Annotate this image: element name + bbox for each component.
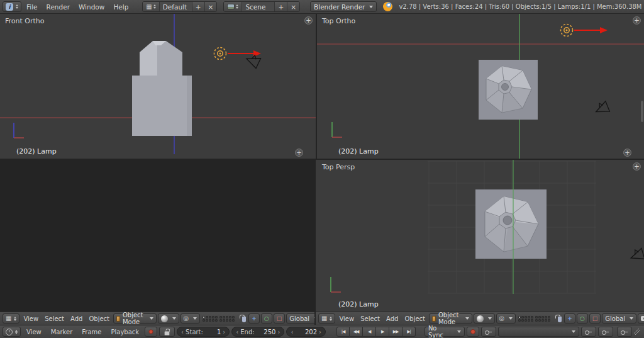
viewport-top-persp[interactable]: Top Persp (202) Lamp +: [317, 160, 644, 312]
view3d-header: ▦ View Select Add Object Object Mode ◎: [0, 312, 316, 325]
lamp-object[interactable]: [561, 25, 573, 37]
editor-type-button[interactable]: [3, 327, 21, 337]
menu-view[interactable]: View: [23, 329, 45, 335]
jump-to-end-button[interactable]: ▶|: [402, 327, 416, 337]
viewport-canvas[interactable]: [317, 160, 644, 312]
keying-set-field[interactable]: [498, 327, 579, 337]
snap-magnet-icon[interactable]: [242, 317, 246, 322]
menu-render[interactable]: Render: [43, 3, 74, 11]
manipulator-rotate-button[interactable]: ○: [577, 313, 588, 324]
viewport-divider[interactable]: [0, 160, 316, 312]
scene-name-field[interactable]: Scene: [242, 2, 275, 11]
menu-frame[interactable]: Frame: [78, 329, 105, 335]
resize-grip[interactable]: [634, 329, 640, 335]
play-button[interactable]: ▶: [376, 327, 389, 337]
viewport-shading-dropdown[interactable]: [474, 313, 495, 324]
stepper-right-icon[interactable]: ›: [319, 329, 321, 335]
browse-layouts-button[interactable]: ▦: [143, 2, 159, 11]
region-expand-icon[interactable]: +: [633, 162, 641, 171]
manipulator-rotate-button[interactable]: ○: [261, 313, 272, 324]
x-manipulator-arrow[interactable]: [574, 27, 608, 33]
menu-object[interactable]: Object: [402, 315, 428, 322]
manipulator-scale-button[interactable]: □: [274, 313, 286, 324]
mesh-object[interactable]: [475, 189, 547, 259]
region-expand-icon[interactable]: +: [295, 149, 303, 157]
menu-select[interactable]: Select: [358, 315, 382, 322]
insert-keyframe-button[interactable]: [581, 327, 596, 337]
render-engine-dropdown[interactable]: Blender Render: [310, 1, 377, 12]
orientation-dropdown[interactable]: Global: [602, 313, 636, 324]
add-layout-button[interactable]: +: [192, 2, 205, 11]
add-scene-button[interactable]: +: [275, 2, 287, 11]
current-frame-field[interactable]: ‹ 202 ›: [286, 327, 326, 337]
stepper-left-icon[interactable]: ‹: [181, 329, 184, 335]
scene-icon: [227, 4, 235, 9]
region-expand-icon[interactable]: +: [623, 149, 631, 157]
lamp-object[interactable]: [214, 48, 226, 60]
editor-type-button[interactable]: i: [3, 1, 21, 12]
delete-layout-button[interactable]: ×: [205, 2, 217, 11]
delete-keyframe-button[interactable]: [598, 327, 613, 337]
panel-collapse-grip[interactable]: [641, 101, 643, 122]
menu-add[interactable]: Add: [68, 315, 85, 322]
browse-scenes-button[interactable]: [224, 2, 242, 11]
viewport-shading-dropdown[interactable]: [158, 313, 179, 324]
viewport-front-ortho[interactable]: Front Ortho (202) Lamp + +: [0, 14, 316, 159]
x-manipulator-arrow[interactable]: [228, 50, 261, 57]
prev-keyframe-button[interactable]: ◀◀: [350, 327, 363, 337]
stepper-left-icon[interactable]: ‹: [291, 329, 293, 335]
mesh-object[interactable]: [132, 41, 192, 136]
menu-file[interactable]: File: [23, 3, 42, 11]
stepper-right-icon[interactable]: ›: [277, 329, 280, 335]
menu-view[interactable]: View: [21, 315, 41, 322]
mode-dropdown[interactable]: Object Mode: [113, 313, 157, 324]
layers-widget[interactable]: [203, 316, 235, 322]
stepper-left-icon[interactable]: ‹: [236, 329, 238, 335]
scene-selector: Scene + ×: [223, 1, 300, 12]
frame-end-field[interactable]: ‹ End: 250 ›: [231, 327, 284, 337]
sync-dropdown[interactable]: No Sync: [425, 327, 465, 337]
play-reverse-button[interactable]: ◀: [363, 327, 376, 337]
menu-view[interactable]: View: [336, 315, 357, 322]
menu-add[interactable]: Add: [384, 315, 401, 322]
mode-dropdown[interactable]: Object Mode: [429, 313, 472, 324]
keying-set-button[interactable]: [481, 327, 496, 337]
mesh-object[interactable]: [479, 60, 538, 120]
next-keyframe-button[interactable]: ▶▶: [389, 327, 402, 337]
manipulator-translate-button[interactable]: +: [248, 313, 260, 324]
viewport-top-ortho[interactable]: Top Ortho (202) Lamp + +: [317, 14, 644, 159]
menu-window[interactable]: Window: [75, 3, 108, 11]
menu-playback[interactable]: Playback: [107, 329, 143, 335]
keying-button[interactable]: [617, 327, 632, 337]
preview-range-button[interactable]: [145, 327, 157, 337]
delete-scene-button[interactable]: ×: [287, 2, 299, 11]
frame-start-field[interactable]: ‹ Start: 1 ›: [177, 327, 230, 337]
menu-object[interactable]: Object: [86, 315, 112, 322]
manipulator-scale-button[interactable]: □: [589, 313, 601, 324]
auto-keyframe-button[interactable]: [467, 327, 479, 337]
manipulator-translate-button[interactable]: +: [564, 313, 575, 324]
menu-select[interactable]: Select: [42, 315, 67, 322]
lock-time-button[interactable]: [159, 327, 175, 337]
jump-to-start-button[interactable]: |◀: [336, 327, 350, 337]
menu-marker[interactable]: Marker: [47, 329, 77, 335]
editor-type-button[interactable]: ▦: [318, 313, 335, 324]
menu-help[interactable]: Help: [109, 3, 132, 11]
stepper-right-icon[interactable]: ›: [223, 329, 225, 335]
region-expand-icon[interactable]: +: [633, 16, 641, 25]
pivot-dropdown[interactable]: ◎: [180, 313, 201, 324]
viewport-canvas[interactable]: [0, 14, 316, 159]
camera-object[interactable]: [245, 54, 261, 69]
opengl-render-button[interactable]: [638, 313, 644, 324]
orientation-dropdown[interactable]: Global: [286, 313, 316, 324]
snap-magnet-icon[interactable]: [558, 317, 562, 322]
info-header: i File Render Window Help ▦ Default + × …: [0, 0, 644, 14]
layers-widget[interactable]: [518, 316, 550, 322]
pivot-dropdown[interactable]: ◎: [496, 313, 516, 324]
camera-object[interactable]: [593, 99, 611, 118]
editor-type-button[interactable]: ▦: [3, 313, 19, 324]
region-expand-icon[interactable]: +: [304, 16, 313, 25]
camera-object[interactable]: [628, 247, 644, 264]
layout-name-field[interactable]: Default: [160, 2, 192, 11]
viewport-canvas[interactable]: [317, 14, 644, 159]
